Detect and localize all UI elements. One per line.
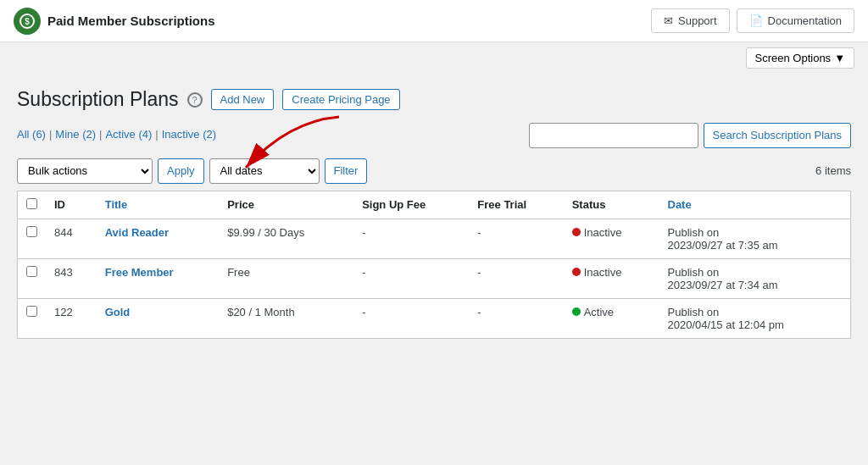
logo-icon: $ <box>14 8 41 35</box>
row-signup-fee: - <box>353 298 469 338</box>
select-all-checkbox[interactable] <box>26 198 37 209</box>
search-input[interactable] <box>529 123 698 148</box>
status-column-header: Status <box>564 191 659 219</box>
admin-header: $ Paid Member Subscriptions ✉ Support 📄 … <box>0 0 868 42</box>
status-dot <box>572 228 581 236</box>
search-row: Search Subscription Plans <box>529 123 851 148</box>
screen-options-button[interactable]: Screen Options ▼ <box>746 47 854 69</box>
row-checkbox[interactable] <box>26 226 37 237</box>
status-badge: Active <box>572 306 614 318</box>
row-title-link[interactable]: Avid Reader <box>105 226 169 239</box>
status-badge: Inactive <box>572 226 622 239</box>
table-row: 843 Free Member Free - - Inactive Publis… <box>18 258 851 298</box>
chevron-down-icon: ▼ <box>834 52 845 64</box>
row-checkbox[interactable] <box>26 306 37 317</box>
screen-options-bar: Screen Options ▼ <box>0 42 868 74</box>
row-date: Publish on2023/09/27 at 7:34 am <box>659 258 851 298</box>
search-button[interactable]: Search Subscription Plans <box>704 123 851 148</box>
status-badge: Inactive <box>572 266 622 279</box>
filter-mine[interactable]: Mine (2) <box>55 128 96 141</box>
row-checkbox-cell <box>18 219 47 258</box>
envelope-icon: ✉ <box>664 14 673 27</box>
row-checkbox-cell <box>18 258 47 298</box>
row-price: $9.99 / 30 Days <box>219 219 353 258</box>
filter-inactive[interactable]: Inactive (2) <box>162 128 216 141</box>
site-logo: $ Paid Member Subscriptions <box>14 8 651 35</box>
date-column-header[interactable]: Date <box>659 191 851 219</box>
title-column-header[interactable]: Title <box>97 191 219 219</box>
filter-active[interactable]: Active (4) <box>105 128 152 141</box>
signup-fee-column-header: Sign Up Fee <box>353 191 469 219</box>
id-column-header: ID <box>46 191 97 219</box>
filter-links: All (6) | Mine (2) | Active (4) | Inacti… <box>17 128 216 141</box>
select-all-header <box>18 191 47 219</box>
main-content: Subscription Plans ? Add New Create Pric… <box>0 74 868 465</box>
status-label: Active <box>584 306 614 318</box>
add-new-button[interactable]: Add New <box>211 89 275 110</box>
site-title: Paid Member Subscriptions <box>47 14 215 28</box>
row-id: 122 <box>46 298 97 338</box>
status-dot <box>572 307 581 316</box>
row-status-cell: Active <box>564 298 659 338</box>
free-trial-column-header: Free Trial <box>469 191 563 219</box>
bulk-actions-select[interactable]: Bulk actions <box>17 158 153 184</box>
table-row: 122 Gold $20 / 1 Month - - Active Publis… <box>18 298 851 338</box>
row-title-cell: Gold <box>97 298 219 338</box>
filter-search-row: All (6) | Mine (2) | Active (4) | Inacti… <box>17 123 851 153</box>
row-free-trial: - <box>469 219 563 258</box>
help-icon[interactable]: ? <box>187 92 203 108</box>
row-title-cell: Free Member <box>97 258 219 298</box>
row-status-cell: Inactive <box>564 258 659 298</box>
price-column-header: Price <box>219 191 353 219</box>
row-date: Publish on2020/04/15 at 12:04 pm <box>659 298 851 338</box>
row-signup-fee: - <box>353 258 469 298</box>
toolbar-left: Bulk actions Apply All dates Filter <box>17 158 367 184</box>
page-title-row: Subscription Plans ? Add New Create Pric… <box>17 87 851 113</box>
status-label: Inactive <box>584 226 622 239</box>
apply-button[interactable]: Apply <box>158 158 204 184</box>
toolbar: Bulk actions Apply All dates Filter 6 it… <box>17 158 851 184</box>
row-price: $20 / 1 Month <box>219 298 353 338</box>
row-checkbox[interactable] <box>26 266 37 277</box>
row-signup-fee: - <box>353 219 469 258</box>
page-title: Subscription Plans <box>17 87 179 113</box>
filter-button[interactable]: Filter <box>325 158 368 184</box>
items-count: 6 items <box>815 164 851 177</box>
svg-text:$: $ <box>25 17 30 26</box>
status-dot <box>572 268 581 276</box>
date-filter-select[interactable]: All dates <box>209 158 320 184</box>
filter-all[interactable]: All (6) <box>17 128 46 141</box>
header-actions: ✉ Support 📄 Documentation <box>651 8 854 33</box>
row-title-cell: Avid Reader <box>97 219 219 258</box>
status-label: Inactive <box>584 266 622 279</box>
subscription-plans-table: ID Title Price Sign Up Fee Free Trial St… <box>17 191 851 339</box>
row-free-trial: - <box>469 258 563 298</box>
row-date: Publish on2023/09/27 at 7:35 am <box>659 219 851 258</box>
row-checkbox-cell <box>18 298 47 338</box>
row-id: 844 <box>46 219 97 258</box>
doc-icon: 📄 <box>749 14 763 27</box>
table-header-row: ID Title Price Sign Up Fee Free Trial St… <box>18 191 851 219</box>
row-id: 843 <box>46 258 97 298</box>
row-free-trial: - <box>469 298 563 338</box>
row-title-link[interactable]: Free Member <box>105 266 174 279</box>
row-price: Free <box>219 258 353 298</box>
row-status-cell: Inactive <box>564 219 659 258</box>
table-row: 844 Avid Reader $9.99 / 30 Days - - Inac… <box>18 219 851 258</box>
documentation-button[interactable]: 📄 Documentation <box>737 8 854 33</box>
support-button[interactable]: ✉ Support <box>651 8 730 33</box>
row-title-link[interactable]: Gold <box>105 306 131 318</box>
create-pricing-button[interactable]: Create Pricing Page <box>282 89 399 110</box>
